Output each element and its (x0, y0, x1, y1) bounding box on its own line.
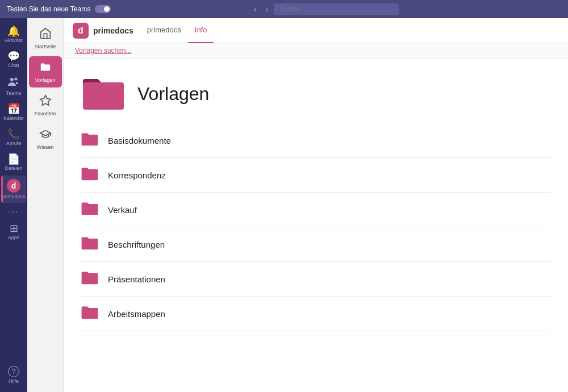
folder-name: Arbeitsmappen (108, 309, 165, 319)
sidebar-label-hilfe: Hilfe (9, 378, 19, 384)
help-icon: ? (8, 366, 19, 377)
sidebar-item-teams[interactable]: Teams (1, 73, 26, 99)
calendar-icon: 📅 (7, 104, 20, 114)
content-area: d primedocs primedocs Info Vorlagen such… (64, 18, 568, 392)
tab-info[interactable]: Info (188, 18, 214, 43)
breadcrumb-link[interactable]: Vorlagen suchen... (75, 47, 131, 55)
folder-icon (81, 270, 99, 288)
folder-name: Basisdokumente (108, 136, 171, 145)
app-sidebar-item-vorlagen[interactable]: Vorlagen (29, 56, 62, 87)
sidebar-item-primedocs[interactable]: d primedocs (1, 176, 26, 203)
folder-name: Korrespondenz (108, 170, 166, 180)
tab-primedocs[interactable]: primedocs (140, 18, 188, 43)
sidebar-label-teams: Teams (6, 90, 22, 96)
folder-icon (81, 305, 99, 323)
list-item[interactable]: Arbeitsmappen (81, 297, 551, 331)
graduation-icon (39, 128, 52, 142)
sidebar-item-kalender[interactable]: 📅 Kalender (1, 101, 26, 124)
list-item[interactable]: Beschriftungen (81, 227, 551, 262)
app-name: primedocs (93, 26, 133, 35)
sidebar-label-kalender: Kalender (3, 115, 24, 121)
navigation-arrows: ‹ › (250, 3, 399, 15)
sidebar-item-more[interactable]: ··· (1, 204, 26, 219)
search-input[interactable] (274, 3, 399, 15)
list-item[interactable]: Korrespondenz (81, 158, 551, 193)
nav-back-button[interactable]: ‹ (250, 3, 260, 15)
folder-icon (81, 166, 99, 184)
folder-name: Beschriftungen (108, 240, 165, 249)
sidebar-label-anrufe: Anrufe (6, 140, 22, 146)
svg-point-0 (10, 78, 14, 81)
list-item[interactable]: Basisdokumente (81, 123, 551, 158)
sidebar-label-primedocs: primedocs (2, 194, 26, 199)
files-icon: 📄 (7, 154, 20, 164)
app-sidebar-item-favoriten[interactable]: Favoriten (29, 90, 62, 121)
top-bar-left: Testen Sie das neue Teams (7, 5, 111, 13)
sidebar-item-anrufe[interactable]: 📞 Anrufe (1, 126, 26, 149)
folder-selected-icon (39, 61, 52, 75)
teams-sidebar: 🔔 Aktivität 💬 Chat Teams 📅 Kalender 📞 (0, 18, 27, 392)
sidebar-label-apps: Apps (8, 235, 20, 240)
list-item[interactable]: Präsentationen (81, 262, 551, 297)
svg-marker-2 (40, 95, 50, 105)
sidebar-item-hilfe[interactable]: ? Hilfe (1, 362, 26, 387)
sidebar-item-aktivitat[interactable]: 🔔 Aktivität (1, 23, 26, 47)
bell-icon: 🔔 (7, 26, 20, 36)
apps-icon: ⊞ (10, 223, 18, 233)
content-header: d primedocs primedocs Info (64, 18, 568, 43)
main-layout: 🔔 Aktivität 💬 Chat Teams 📅 Kalender 📞 (0, 18, 568, 392)
folder-name: Präsentationen (108, 274, 165, 284)
primedocs-logo: d (7, 179, 20, 193)
sidebar-label-chat: Chat (8, 62, 19, 68)
nav-forward-button[interactable]: › (262, 3, 272, 15)
teams-icon (8, 76, 19, 89)
list-item[interactable]: Verkauf (81, 193, 551, 227)
home-icon (39, 27, 52, 41)
breadcrumb: Vorlagen suchen... (64, 43, 568, 59)
top-bar: Testen Sie das neue Teams ‹ › (0, 0, 568, 18)
more-icon: ··· (9, 207, 19, 215)
sidebar-item-chat[interactable]: 💬 Chat (1, 48, 26, 72)
star-icon (39, 94, 52, 109)
app-logo-area: d primedocs (73, 23, 133, 39)
app-sidebar-label-wissen: Wissen (37, 144, 54, 150)
app-logo: d (73, 23, 89, 39)
svg-point-1 (15, 78, 18, 81)
app-sidebar-label-favoriten: Favoriten (35, 111, 56, 116)
sidebar-label-aktivitat: Aktivität (5, 37, 23, 43)
app-sidebar-item-startseite[interactable]: Startseite (29, 23, 62, 54)
vorlagen-header: Vorlagen (64, 59, 568, 123)
phone-icon: 📞 (7, 129, 20, 139)
folder-icon (81, 201, 99, 219)
folder-icon (81, 131, 99, 149)
page-title: Vorlagen (137, 84, 209, 105)
app-sidebar: Startseite Vorlagen Favoriten (27, 18, 64, 392)
folder-icon (81, 235, 99, 253)
new-teams-toggle[interactable] (95, 5, 111, 13)
new-teams-label: Testen Sie das neue Teams (7, 5, 90, 13)
content-scroll[interactable]: Vorlagen suchen... Vorlagen (64, 43, 568, 392)
big-folder-icon (81, 76, 126, 112)
chat-icon: 💬 (7, 51, 20, 61)
folder-name: Verkauf (108, 205, 137, 215)
sidebar-label-dateien: Dateien (5, 165, 22, 171)
sidebar-item-dateien[interactable]: 📄 Dateien (1, 151, 26, 174)
app-sidebar-item-wissen[interactable]: Wissen (29, 123, 62, 155)
app-sidebar-label-startseite: Startseite (34, 44, 56, 49)
app-sidebar-label-vorlagen: Vorlagen (35, 77, 56, 83)
sidebar-item-apps[interactable]: ⊞ Apps (1, 220, 26, 244)
folder-list: Basisdokumente Korrespondenz (64, 123, 568, 331)
